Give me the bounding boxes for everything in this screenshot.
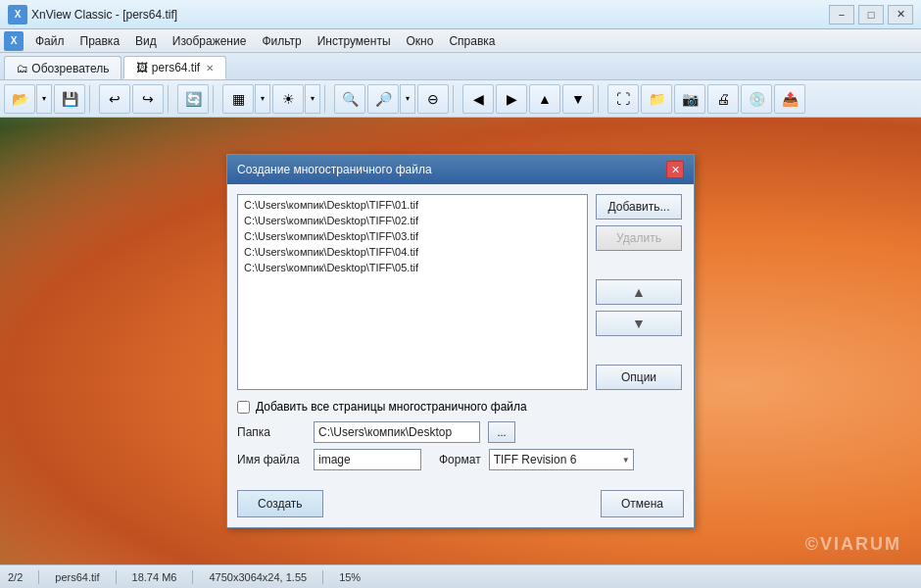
filename-label: Имя файла [237, 453, 306, 466]
status-filesize: 18.74 M6 [132, 571, 177, 583]
dialog-title-text: Создание многостраничного файла [237, 163, 432, 176]
window-controls: − □ ✕ [829, 5, 913, 24]
tb-export-btn[interactable]: 📤 [774, 84, 805, 114]
menu-file[interactable]: Файл [27, 32, 73, 50]
tb-open-btn[interactable]: 📂 [4, 84, 35, 114]
folder-input[interactable] [314, 421, 480, 443]
minimize-button[interactable]: − [829, 5, 854, 24]
tb-zoom-in-btn[interactable]: 🔍 [334, 84, 365, 114]
format-select[interactable]: TIFF Revision 6 TIFF Revision 5 PDF GIF [489, 449, 634, 470]
window-close-button[interactable]: ✕ [888, 5, 913, 24]
tb-sep5 [453, 85, 459, 113]
tb-zoom-btn[interactable]: 🔎 [367, 84, 399, 114]
file-list-item[interactable]: C:\Users\компик\Desktop\TIFF\05.tif [240, 260, 585, 275]
tb-refresh-btn[interactable]: 🔄 [177, 84, 209, 114]
checkbox-row: Добавить все страницы многостраничного ф… [237, 400, 684, 414]
menu-view[interactable]: Вид [127, 32, 165, 50]
tb-color-btn[interactable]: ▦ [222, 84, 254, 114]
tb-sep1 [89, 85, 95, 113]
dialog-right-panel: Добавить... Удалить ▲ ▼ Опции [596, 194, 684, 390]
maximize-button[interactable]: □ [858, 5, 884, 24]
status-sep4 [322, 570, 323, 584]
tb-sep6 [598, 85, 604, 113]
file-list[interactable]: C:\Users\компик\Desktop\TIFF\01.tif C:\U… [237, 194, 588, 390]
dialog-body: C:\Users\компик\Desktop\TIFF\01.tif C:\U… [227, 184, 694, 400]
tb-redo-btn[interactable]: ↪ [132, 84, 164, 114]
tab-browser-label: 🗂 Обозреватель [17, 62, 109, 75]
menu-help[interactable]: Справка [441, 32, 503, 50]
tb-sep3 [213, 85, 218, 113]
status-sep1 [38, 570, 39, 584]
folder-row: Папка ... [237, 421, 684, 443]
tb-up-btn[interactable]: ▲ [529, 84, 560, 114]
tb-browse-btn[interactable]: 📁 [641, 84, 672, 114]
tb-adjust-btn[interactable]: ☀ [272, 84, 304, 114]
move-up-button[interactable]: ▲ [596, 279, 682, 305]
window-title: XnView Classic - [pers64.tif] [31, 8, 829, 22]
app-icon: X [8, 5, 27, 24]
file-list-item[interactable]: C:\Users\компик\Desktop\TIFF\01.tif [240, 197, 585, 213]
tb-disk-btn[interactable]: 💿 [741, 84, 772, 114]
title-bar: X XnView Classic - [pers64.tif] − □ ✕ [0, 0, 921, 29]
tb-adjust-dropdown[interactable]: ▾ [305, 84, 320, 114]
tb-print-btn[interactable]: 🖨 [707, 84, 739, 114]
tb-next-btn[interactable]: ▶ [496, 84, 527, 114]
tb-capture-btn[interactable]: 📷 [674, 84, 705, 114]
status-sep3 [192, 570, 193, 584]
menu-tools[interactable]: Инструменты [310, 32, 399, 50]
tb-color-dropdown[interactable]: ▾ [255, 84, 270, 114]
menu-image[interactable]: Изображение [165, 32, 255, 50]
tab-close-icon[interactable]: ✕ [206, 63, 214, 74]
tb-zoom-out-btn[interactable]: ⊖ [417, 84, 449, 114]
remove-button[interactable]: Удалить [596, 225, 682, 251]
dialog-actions: Создать Отмена [227, 486, 694, 527]
format-wrapper: TIFF Revision 6 TIFF Revision 5 PDF GIF [489, 449, 634, 470]
add-all-pages-checkbox[interactable] [237, 401, 250, 414]
options-button[interactable]: Опции [596, 365, 682, 390]
tab-browser[interactable]: 🗂 Обозреватель [4, 56, 121, 79]
tb-open-dropdown[interactable]: ▾ [36, 84, 52, 114]
toolbar: 📂 ▾ 💾 ↩ ↪ 🔄 ▦ ▾ ☀ ▾ 🔍 🔎 ▾ ⊖ ◀ ▶ ▲ ▼ ⛶ 📁 … [0, 80, 921, 118]
btn-spacer [596, 257, 684, 273]
tab-image-label: 🖼 pers64.tif [136, 61, 200, 74]
dialog-title-bar: Создание многостраничного файла ✕ [227, 155, 694, 184]
status-bar: 2/2 pers64.tif 18.74 M6 4750x3064x24, 1.… [0, 564, 921, 588]
tb-down-btn[interactable]: ▼ [562, 84, 594, 114]
status-page: 2/2 [8, 571, 23, 583]
cancel-button[interactable]: Отмена [601, 490, 684, 517]
tb-undo-btn[interactable]: ↩ [99, 84, 130, 114]
tb-sep4 [324, 85, 330, 113]
status-sep2 [116, 570, 117, 584]
status-zoom: 15% [339, 571, 361, 583]
tb-zoom-dropdown[interactable]: ▾ [400, 84, 415, 114]
file-list-item[interactable]: C:\Users\компик\Desktop\TIFF\02.tif [240, 213, 585, 228]
tb-prev-btn[interactable]: ◀ [462, 84, 494, 114]
tab-bar: 🗂 Обозреватель 🖼 pers64.tif ✕ [0, 53, 921, 80]
create-multipage-dialog: Создание многостраничного файла ✕ C:\Use… [226, 154, 695, 528]
create-button[interactable]: Создать [237, 490, 323, 517]
filename-format-row: Имя файла Формат TIFF Revision 6 TIFF Re… [237, 449, 684, 470]
status-filename: pers64.tif [55, 571, 99, 583]
file-list-item[interactable]: C:\Users\компик\Desktop\TIFF\03.tif [240, 228, 585, 244]
format-label: Формат [439, 453, 481, 466]
file-list-item[interactable]: C:\Users\компик\Desktop\TIFF\04.tif [240, 244, 585, 260]
menu-window[interactable]: Окно [399, 32, 442, 50]
add-all-pages-label: Добавить все страницы многостраничного ф… [256, 400, 527, 414]
app-menu-icon: X [4, 31, 24, 51]
tb-save-btn[interactable]: 💾 [54, 84, 85, 114]
dialog-overlay: Создание многостраничного файла ✕ C:\Use… [0, 118, 921, 564]
menu-edit[interactable]: Правка [73, 32, 128, 50]
filename-input[interactable] [314, 449, 421, 470]
tb-fullscreen-btn[interactable]: ⛶ [607, 84, 639, 114]
menu-bar: X Файл Правка Вид Изображение Фильтр Инс… [0, 29, 921, 53]
main-content: ©VIARUM Создание многостраничного файла … [0, 118, 921, 564]
move-down-button[interactable]: ▼ [596, 311, 682, 336]
status-dimensions: 4750x3064x24, 1.55 [209, 571, 307, 583]
add-button[interactable]: Добавить... [596, 194, 682, 220]
menu-filter[interactable]: Фильтр [254, 32, 309, 50]
folder-label: Папка [237, 425, 306, 439]
browse-button[interactable]: ... [488, 421, 515, 443]
tab-image[interactable]: 🖼 pers64.tif ✕ [123, 56, 226, 79]
tb-sep2 [168, 85, 173, 113]
dialog-close-button[interactable]: ✕ [666, 161, 684, 178]
